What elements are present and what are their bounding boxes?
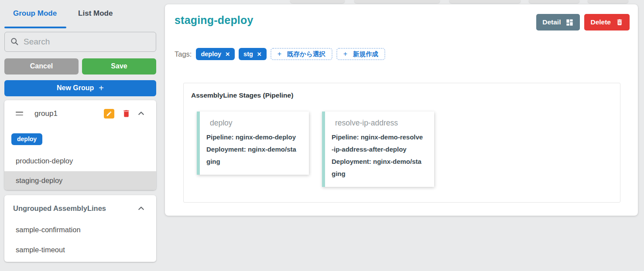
chevron-up-icon: [137, 109, 146, 118]
create-new-tag-label: 新規作成: [353, 50, 378, 58]
list-item-production-deploy[interactable]: production-deploy: [4, 151, 156, 171]
stage-card-resolve-ip-address[interactable]: resolve-ip-address Pipeline: nginx-demo-…: [322, 112, 434, 187]
tab-group-mode[interactable]: Group Mode: [13, 8, 57, 19]
cancel-button[interactable]: Cancel: [4, 58, 79, 75]
stage-cards: deploy Pipeline: nginx-demo-deploy Deplo…: [197, 112, 620, 187]
trash-icon: [122, 109, 131, 118]
page-title: staging-deploy: [175, 14, 253, 27]
cutoff-card-sliver: [449, 0, 521, 3]
detail-header: staging-deploy Detail Delete: [165, 4, 638, 30]
add-existing-tag-button[interactable]: + 既存から選択: [271, 48, 332, 60]
ungrouped-header: Ungrouped AssemblyLines: [4, 195, 156, 213]
edit-group-button[interactable]: [104, 109, 114, 119]
tab-list-mode[interactable]: List Mode: [78, 8, 113, 19]
detail-panel: staging-deploy Detail Delete Tags: deplo…: [165, 4, 638, 216]
group-item-list: production-deploy staging-deploy: [4, 151, 156, 190]
tag-chip-deploy: deploy ✕: [196, 48, 235, 60]
detail-button-label: Detail: [542, 18, 561, 26]
sidebar: Group Mode List Mode Cancel Save New Gro…: [4, 8, 156, 262]
ungrouped-title: Ungrouped AssemblyLines: [13, 204, 106, 213]
ungrouped-item-list: sample-confirmation sample-timeout: [4, 220, 156, 260]
group-card: group1 deploy production-deploy stagin: [4, 100, 156, 190]
list-item-sample-timeout[interactable]: sample-timeout: [4, 240, 156, 260]
stage-pipeline: Pipeline: nginx-demo-deploy: [206, 131, 299, 143]
tag-chip-label: deploy: [201, 51, 221, 58]
stages-box: AssemblyLine Stages (Pipeline) deploy Pi…: [183, 83, 620, 203]
stage-name: resolve-ip-address: [335, 119, 428, 128]
create-new-tag-button[interactable]: + 新規作成: [336, 48, 385, 60]
search-box[interactable]: [4, 32, 156, 52]
new-group-label: New Group: [57, 84, 94, 92]
remove-tag-icon[interactable]: ✕: [225, 51, 230, 57]
group-header: group1: [4, 100, 156, 119]
chevron-up-icon: [137, 204, 146, 213]
collapse-ungrouped-button[interactable]: [137, 204, 146, 213]
plus-icon: +: [277, 51, 281, 58]
delete-button[interactable]: Delete: [584, 14, 630, 30]
stages-title: AssemblyLine Stages (Pipeline): [191, 91, 620, 99]
ungrouped-card: Ungrouped AssemblyLines sample-confirmat…: [4, 195, 156, 262]
new-group-button[interactable]: New Group +: [4, 80, 156, 96]
group-name: group1: [34, 109, 58, 118]
collapse-group-button[interactable]: [137, 109, 146, 118]
pencil-icon: [106, 111, 112, 117]
sidebar-actions: Cancel Save: [4, 58, 156, 75]
group-tag-chip[interactable]: deploy: [11, 133, 42, 145]
remove-tag-icon[interactable]: ✕: [257, 51, 262, 57]
tags-row: Tags: deploy ✕ stg ✕ + 既存から選択 + 新規作成: [175, 48, 638, 60]
trash-icon: [616, 18, 623, 26]
search-icon: [10, 37, 19, 46]
delete-group-button[interactable]: [122, 109, 131, 118]
plus-icon: +: [343, 51, 347, 58]
cutoff-card-sliver: [290, 0, 345, 3]
drag-handle-icon[interactable]: [16, 112, 23, 115]
cutoff-card-sliver: [588, 0, 628, 3]
cutoff-card-sliver: [529, 0, 579, 3]
mode-tabs: Group Mode List Mode: [4, 8, 156, 19]
tag-chip-stg: stg ✕: [239, 48, 267, 60]
search-input[interactable]: [24, 37, 151, 47]
add-existing-tag-label: 既存から選択: [287, 50, 325, 58]
stage-deployment: Deployment: nginx-demo/staging: [332, 156, 424, 180]
dashboard-icon: [565, 18, 574, 27]
list-item-sample-confirmation[interactable]: sample-confirmation: [4, 220, 156, 240]
detail-button[interactable]: Detail: [536, 14, 580, 30]
delete-button-label: Delete: [590, 18, 611, 26]
stage-pipeline: Pipeline: nginx-demo-resolve-ip-address-…: [332, 131, 424, 156]
active-tab-indicator: [4, 27, 66, 28]
stage-name: deploy: [210, 119, 303, 128]
save-button[interactable]: Save: [82, 58, 156, 75]
tags-label: Tags:: [175, 50, 192, 58]
tag-chip-label: stg: [243, 51, 253, 58]
stage-card-deploy[interactable]: deploy Pipeline: nginx-demo-deploy Deplo…: [197, 112, 309, 175]
plus-icon: +: [99, 84, 104, 92]
cutoff-card-sliver: [354, 0, 440, 3]
stage-deployment: Deployment: nginx-demo/staging: [206, 143, 299, 168]
list-item-staging-deploy[interactable]: staging-deploy: [4, 171, 156, 190]
